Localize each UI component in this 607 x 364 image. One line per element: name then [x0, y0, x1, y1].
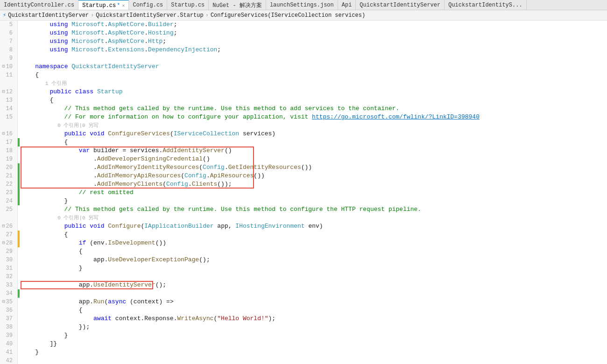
code-line-21: .AddInMemoryApiResources(Config.ApiResou… [21, 172, 607, 180]
tab-label: Config.cs [133, 2, 163, 8]
tab-close-btn[interactable]: ✕ [122, 3, 125, 8]
code-line-8: using Microsoft.Extensions.DependencyInj… [21, 46, 607, 54]
code-line-14: // This method gets called by the runtim… [21, 105, 607, 113]
breadcrumb-sep1: › [91, 12, 94, 19]
gutter-13: 13 [0, 96, 14, 105]
gutter-39: 39 [0, 331, 14, 340]
tab-launchsettings[interactable]: launchSettings.json [266, 0, 338, 10]
code-line-27: { [21, 231, 607, 239]
tab-quickstart[interactable]: QuickstartIdentityServer [356, 0, 445, 10]
code-line-28: if (env.IsDevelopment()) [21, 239, 607, 247]
code-line-13: { [21, 96, 607, 105]
code-line-22: .AddInMemoryClients(Config.Clients()); [21, 180, 607, 189]
gutter-15b [0, 121, 14, 130]
tab-label: QuickstartIdentityServer [360, 2, 440, 8]
tab-modified-indicator: * [117, 2, 120, 9]
tab-nuget[interactable]: NuGet - 解决方案 [209, 0, 266, 10]
code-line-15ref: 0 个引用|0 另写 [21, 121, 607, 130]
gutter-14: 14 [0, 105, 14, 113]
code-line-15: // For more information on how to config… [21, 113, 607, 121]
gutter-26[interactable]: ⊟26 [0, 222, 14, 231]
gutter-22: 22 [0, 180, 14, 189]
gutter-40: 40 [0, 340, 14, 348]
code-line-16: public void ConfigureServices(IServiceCo… [21, 130, 607, 138]
gutter-12[interactable]: ⊟12 [0, 88, 14, 96]
gutter-20: 20 [0, 163, 14, 172]
code-line-39: } [21, 331, 607, 340]
code-line-12: public class Startup [21, 88, 607, 96]
code-line-42 [21, 357, 607, 364]
gutter-25b [0, 214, 14, 222]
breadcrumb-bar: ⚡ QuickstartIdentityServer › QuickstartI… [0, 10, 607, 21]
tab-startup2[interactable]: Startup.cs [167, 0, 209, 10]
gutter-15: 15 [0, 113, 14, 121]
code-line-40: ]} [21, 340, 607, 348]
code-line-23: // rest omitted [21, 189, 607, 197]
code-line-25ref: 0 个引用|0 另写 [21, 214, 607, 222]
breadcrumb-project[interactable]: QuickstartIdentityServer [8, 12, 89, 19]
gutter-23: 23 [0, 189, 14, 197]
gutter-42: 42 [0, 357, 14, 364]
breadcrumb-method[interactable]: ConfigureServices(IServiceCollection ser… [211, 12, 365, 19]
gutter-11: 11 [0, 71, 14, 79]
ms-link[interactable]: https://go.microsoft.com/fwlink/?LinkID=… [312, 113, 480, 121]
code-line-26: public void Configure(IApplicationBuilde… [21, 222, 607, 231]
gutter-36: 36 [0, 306, 14, 315]
code-line-36: { [21, 306, 607, 315]
gutter-8: 8 [0, 46, 14, 54]
gutter-10[interactable]: ⊟10 [0, 63, 14, 71]
tab-config[interactable]: Config.cs [129, 0, 167, 10]
tab-label: Startup.cs [82, 2, 116, 9]
breadcrumb-sep2: › [205, 12, 209, 19]
tab-label: NuGet - 解决方案 [212, 1, 262, 9]
code-area: using Microsoft.AspNetCore.Builder; usin… [18, 21, 607, 364]
code-line-41: } [21, 348, 607, 357]
gutter-17: 17 [0, 138, 14, 147]
code-line-30: app.UseDeveloperExceptionPage(); [21, 256, 607, 264]
code-line-33: app.UseIdentityServer(); [21, 281, 607, 289]
tab-label: QuickstartIdentityS... [448, 2, 522, 8]
gutter-9: 9 [0, 54, 14, 63]
tab-startup[interactable]: Startup.cs* ✕ [78, 0, 129, 10]
code-line-10: namespace QuickstartIdentityServer [21, 63, 607, 71]
tab-quickstart2[interactable]: QuickstartIdentityS... [445, 0, 526, 10]
code-line-25: // This method gets called by the runtim… [21, 205, 607, 214]
code-line-34 [21, 289, 607, 298]
gutter-35[interactable]: ⊟35 [0, 298, 14, 306]
code-line-20: .AddInMemoryIdentityResources(Config.Get… [21, 163, 607, 172]
code-line-31: } [21, 264, 607, 273]
code-line-37: await context.Response.WriteAsync("Hello… [21, 315, 607, 323]
code-line-35: app.Run(async (context) => [21, 298, 607, 306]
gutter-33: 33 [0, 281, 14, 289]
gutter-29: 29 [0, 247, 14, 256]
code-line-7: using Microsoft.AspNetCore.Http; [21, 37, 607, 46]
gutter-19: 19 [0, 155, 14, 163]
gutter-41: 41 [0, 348, 14, 357]
gutter-25: 25 [0, 205, 14, 214]
gutter-34: 34 [0, 289, 14, 298]
code-line-6: using Microsoft.AspNetCore.Hosting; [21, 29, 607, 37]
code-line-29: { [21, 247, 607, 256]
gutter-27: 27 [0, 231, 14, 239]
tab-identitycontroller[interactable]: IdentityController.cs [0, 0, 78, 10]
code-line-19: .AddDeveloperSigningCredential() [21, 155, 607, 163]
gutter-31: 31 [0, 264, 14, 273]
gutter-37: 37 [0, 315, 14, 323]
tab-label: Api [342, 2, 352, 8]
gutter-24: 24 [0, 197, 14, 205]
breadcrumb-class[interactable]: QuickstartIdentityServer.Startup [96, 12, 203, 19]
tab-api[interactable]: Api [338, 0, 356, 10]
gutter-6: 6 [0, 29, 14, 37]
code-line-24: } [21, 197, 607, 205]
code-line-32 [21, 273, 607, 281]
project-icon: ⚡ [3, 12, 6, 19]
tab-label: launchSettings.json [270, 2, 334, 8]
gutter-30: 30 [0, 256, 14, 264]
gutter-32: 32 [0, 273, 14, 281]
gutter-16[interactable]: ⊟16 [0, 130, 14, 138]
code-line-9 [21, 54, 607, 63]
gutter-38: 38 [0, 323, 14, 331]
code-line-11: { [21, 71, 607, 79]
code-line-18: var builder = services.AddIdentityServer… [21, 147, 607, 155]
gutter-28[interactable]: ⊟28 [0, 239, 14, 247]
